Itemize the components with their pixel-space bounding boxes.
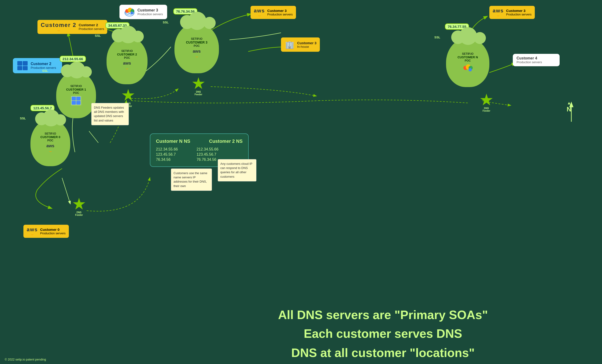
google-cloud-icon — [124, 7, 135, 17]
c2-r3: 76.76.34.56 — [196, 158, 218, 162]
aws-logo: Customer 2 ⌣ — [41, 22, 76, 32]
star-icon-c2 — [122, 89, 135, 102]
customer4-label: Customer 4 Production servers — [516, 56, 542, 64]
aws-arrow-icon: ⌣ — [57, 28, 60, 32]
aws-c3r-label: Customer 3 Production servers — [506, 9, 532, 16]
aws-icon-c2: aws ⌣ — [123, 61, 131, 71]
dns-feeder-star-c0: DNSFeeder — [73, 198, 86, 216]
aws-text: Customer 2 — [41, 22, 76, 28]
customer3-inhouse-box: 🏢 Customer 3 In-house — [281, 37, 320, 52]
svg-point-7 — [130, 11, 133, 14]
customer2-poc-node: SETIP.IO CUSTOMER 2 POC aws ⌣ — [107, 36, 148, 84]
dns-feeder-star-c3: DNSFeeder — [192, 77, 205, 96]
customer2-blue-label: Customer 2 Production servers — [31, 62, 56, 70]
ssl-label-c2: SSL — [95, 34, 101, 37]
ssl-label-c0: SSL — [20, 117, 26, 120]
star-icon-cN — [480, 94, 493, 107]
c2-r2: 123.45.56.7 — [196, 152, 218, 157]
customerN-poc-node: SETIP.IO CUSTOMER N POC — [446, 38, 489, 87]
c1-poc: POC — [73, 91, 79, 95]
note-dns-feeder: DNS Feeders updates all DNS members with… — [91, 103, 129, 125]
c1-r1: 212.34.55.66 — [156, 147, 178, 151]
aws-logo-c3r: aws ⌣ — [493, 8, 504, 17]
ssl-label-c3: SSL — [163, 21, 169, 24]
c1-r2: 123.45.56.7 — [156, 152, 178, 157]
aws-c0-label: Customer 0 Production servers — [40, 227, 65, 235]
windows-icon-c1 — [71, 96, 81, 105]
gcloud-icon-cN — [462, 64, 473, 73]
customer2-blue-box: Customer 2 Production servers — [13, 58, 62, 73]
copyright: © 2022 setip.io patent pending — [5, 358, 46, 361]
c0-label: SETIP.IO — [44, 132, 56, 135]
dns-feeder-star-cN: DNSFeeder — [480, 94, 493, 112]
c1-r3: 76.34.56 — [156, 158, 178, 162]
c0-customer: CUSTOMER 0 — [41, 135, 60, 139]
aws-badge-customer3-right: aws ⌣ Customer 3 Production servers — [489, 6, 535, 19]
aws-badge-customer3-top: aws ⌣ Customer 3 Production servers — [250, 6, 296, 19]
c0-poc: POC — [47, 139, 54, 142]
ip-tag-customer1: 212.34.55.66 — [60, 56, 86, 62]
bottom-line3: DNS at all customer "locations" — [164, 346, 602, 360]
c1-label: SETIP.IO — [70, 85, 82, 88]
aws-icon-c3: aws ⌣ — [193, 49, 201, 59]
table-col1: 212.34.55.66 123.45.56.7 76.34.56 — [156, 147, 178, 162]
building-icon: 🏢 — [284, 39, 295, 50]
note-any-customers: Any customers cloud IP can respond to DN… — [218, 159, 256, 182]
c2-r1: 212.34.55.66 — [196, 147, 218, 151]
table-col2: 212.34.55.66 123.45.56.7 76.76.34.56 — [196, 147, 218, 162]
aws-icon-c0: aws ⌣ — [46, 143, 54, 154]
windows-icon — [17, 60, 28, 71]
ssl-label-cN: SSL — [434, 36, 440, 39]
customer4-white-box: Customer 4 Production servers — [513, 54, 560, 66]
table-headers: Customer N NS Customer 2 NS — [156, 139, 243, 144]
google-cloud-label: Customer 3 Production servers — [138, 8, 163, 16]
note-customers-same: Customers use the same name servers IP a… — [171, 169, 212, 191]
aws-logo-c0: aws ⌣ — [27, 227, 38, 236]
customer0-poc-node: SETIP.IO CUSTOMER 0 POC aws ⌣ — [31, 119, 70, 166]
col2-header: Customer 2 NS — [209, 139, 243, 144]
svg-point-11 — [469, 68, 472, 71]
google-cloud-c3-box: Customer 3 Production servers — [119, 5, 167, 19]
customer3-poc-node: SETIP.IO CUSTOMER 3 POC aws ⌣ — [174, 23, 219, 73]
col1-header: Customer N NS — [156, 139, 190, 144]
star-icon-c3 — [192, 77, 205, 90]
c3-inhouse-label: Customer 3 In-house — [297, 41, 317, 48]
badge-label: Customer 2 Production servers — [79, 23, 104, 31]
c1-customer: CUSTOMER 1 — [66, 88, 86, 91]
aws-logo-c3t: aws ⌣ — [254, 8, 265, 17]
aws-c3t-label: Customer 3 Production servers — [267, 9, 293, 16]
customer1-poc-node: SETIP.IO CUSTOMER 1 POC — [56, 71, 96, 118]
star-icon-c0 — [73, 198, 86, 211]
n-direction-indicator: ▲ N — [567, 101, 571, 113]
aws-badge-customer0: aws ⌣ Customer 0 Production servers — [23, 225, 69, 238]
bottom-line2: Each customer serves DNS — [164, 327, 602, 341]
aws-badge-customer2-top: Customer 2 ⌣ Customer 2 Production serve… — [37, 20, 107, 34]
bottom-line1: All DNS servers are "Primary SOAs" — [164, 308, 602, 322]
ssl-label-c1: SSL — [42, 69, 48, 73]
